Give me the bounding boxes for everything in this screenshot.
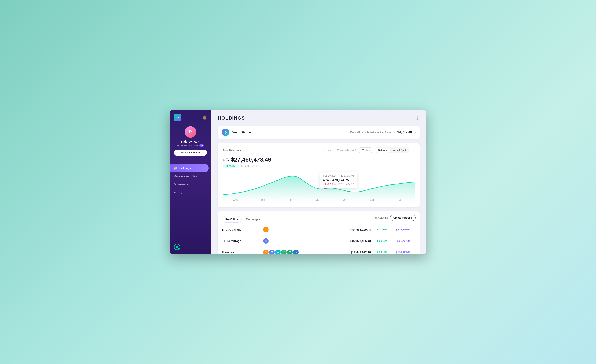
svg-text:Sat: Sat xyxy=(316,198,320,201)
row-more-icon[interactable]: ⋮ xyxy=(412,250,416,254)
workspace-badge[interactable]: PR xyxy=(174,114,181,121)
usdc-icon: $ xyxy=(293,250,299,254)
tab-asset-split[interactable]: Asset Split xyxy=(390,148,409,153)
sidebar-item-members-label: Members and roles xyxy=(174,175,197,178)
table-row[interactable]: BTC Arbitrage ₿ ≈ $4,568,299.48 + 2.755%… xyxy=(218,224,420,235)
eth-icon: Ξ xyxy=(269,250,275,254)
station-arrow-icon[interactable]: › xyxy=(415,131,416,134)
portfolio-tabs: Portfolios Exchanges xyxy=(222,216,263,223)
portfolio-actions: ⊞ Columns Create Portfolio xyxy=(374,215,416,224)
svg-text:Wed: Wed xyxy=(233,198,238,201)
portfolio-value: ≈ $12,648,072.10 xyxy=(338,251,371,254)
tab-portfolios[interactable]: Portfolios xyxy=(222,216,241,223)
page-title-text: HOLDINGS xyxy=(218,115,245,121)
sidebar-item-governance[interactable]: Governance xyxy=(170,180,211,189)
portfolio-section: Portfolios Exchanges ⊞ Columns Create Po… xyxy=(218,211,420,254)
svg-text:Mon: Mon xyxy=(370,198,375,201)
row-more-icon[interactable]: ⋮ xyxy=(412,228,416,232)
btc-icon: ₿ xyxy=(263,227,269,232)
svg-text:Fri: Fri xyxy=(289,198,291,201)
svg-point-1 xyxy=(176,246,178,248)
qredo-logo-icon xyxy=(174,244,180,250)
new-transaction-button[interactable]: New transaction xyxy=(174,150,207,156)
coin-icon: ◈ xyxy=(275,250,281,254)
sidebar-item-history[interactable]: History xyxy=(170,189,211,197)
last-updated: Last updated 20 seconds ago ↻ xyxy=(321,149,357,152)
svg-text:Sun: Sun xyxy=(343,198,347,201)
bell-icon[interactable]: 🔔 xyxy=(202,115,207,120)
station-banner: Q Qredo Station Fees will be collected f… xyxy=(218,126,420,139)
chevron-down-icon: ▾ xyxy=(240,149,241,152)
station-fee-info: Fees will be collected from the Station … xyxy=(350,131,416,134)
svg-text:Thu: Thu xyxy=(261,198,265,201)
chart-wrapper: FEB 29 2024 13:51:35 PM ≈ $22,478,174.75… xyxy=(223,170,415,203)
portfolio-change-usd: $ 21,767.44 xyxy=(387,240,410,242)
total-balance-label[interactable]: Total Balance ▾ xyxy=(223,149,241,152)
svg-text:Tue: Tue xyxy=(397,198,402,201)
balance-change: + 3.744% ≈ $1,028,120.13 xyxy=(223,164,415,168)
station-fee-amount: ≈ $4,732.48 xyxy=(395,131,412,134)
portfolio-name: BTC Arbitrage xyxy=(222,228,263,231)
create-portfolio-button[interactable]: Create Portfolio xyxy=(390,215,416,221)
sidebar-item-members[interactable]: Members and roles xyxy=(170,172,211,180)
btc-icon: ₿ xyxy=(263,250,269,254)
portfolio-icons: ₿ xyxy=(263,227,338,232)
svg-line-2 xyxy=(178,248,179,249)
portfolio-name: ETH Arbitrage xyxy=(222,239,263,243)
coin-icon: ⬡ xyxy=(281,250,287,254)
sidebar-item-holdings-label: Holdings xyxy=(179,167,191,170)
holdings-icon: 📁 xyxy=(174,167,177,170)
table-row[interactable]: Treasury ₿ Ξ ◈ ⬡ ₮ $ ≈ $12,648,072.10 + … xyxy=(218,247,420,254)
sidebar: PR 🔔 P Paisley Park WORKSPACE ADMIN +3 N… xyxy=(170,110,211,254)
portfolio-change-pct: + 0.915% xyxy=(371,240,387,242)
user-role-container: WORKSPACE ADMIN +3 xyxy=(177,144,204,147)
sidebar-item-history-label: History xyxy=(174,191,182,194)
chart-header: Total Balance ▾ Last updated 20 seconds … xyxy=(223,147,415,153)
portfolio-name: Treasury xyxy=(222,251,263,254)
chart-more-icon[interactable]: ⋮ xyxy=(411,148,415,152)
change-amount: ≈ $1,028,120.13 xyxy=(239,165,257,167)
eth-icon: Ξ xyxy=(263,238,269,244)
tooltip-value: ≈ $22,478,174.75 xyxy=(323,178,354,182)
portfolio-change-usd: $ 874,993.63 xyxy=(387,251,410,254)
change-percent: + 3.744% xyxy=(223,164,237,168)
nav-section: 📁 Holdings Members and roles Governance … xyxy=(170,160,211,240)
chart-svg: Wed Thu Fri Sat Sun Mon Tue xyxy=(223,170,415,201)
columns-button[interactable]: ⊞ Columns xyxy=(374,216,388,219)
avatar: P xyxy=(185,126,196,138)
role-badge: +3 xyxy=(200,144,204,147)
portfolio-value: ≈ $4,568,299.48 xyxy=(338,228,371,231)
portfolio-tabs-bar: Portfolios Exchanges ⊞ Columns Create Po… xyxy=(218,211,420,224)
sidebar-item-holdings[interactable]: 📁 Holdings xyxy=(170,164,209,172)
user-section: P Paisley Park WORKSPACE ADMIN +3 New tr… xyxy=(170,121,211,160)
portfolio-change-usd: $ 125,856.65 xyxy=(387,228,410,231)
portfolio-icons: Ξ xyxy=(263,238,338,244)
tab-balance[interactable]: Balance xyxy=(375,148,390,153)
table-row[interactable]: ETH Arbitrage Ξ ≈ $2,378,955.43 + 0.915%… xyxy=(218,235,420,247)
main-content: HOLDINGS ⋮ Q Qredo Station Fees will be … xyxy=(211,110,426,254)
tooltip-date: FEB 29 2024 13:51:35 PM xyxy=(323,175,354,177)
tab-exchanges[interactable]: Exchanges xyxy=(242,216,264,223)
view-tabs: Balance Asset Split xyxy=(375,147,409,153)
portfolio-change-pct: + 2.755% xyxy=(371,228,387,231)
chart-controls: Last updated 20 seconds ago ↻ Week ▾ Bal… xyxy=(321,147,415,153)
balance-amount: ≈ ≈ $27,460,473.49 xyxy=(223,156,415,163)
sidebar-item-governance-label: Governance xyxy=(174,183,188,186)
refresh-icon[interactable]: ↻ xyxy=(355,149,357,152)
station-fee-text: Fees will be collected from the Station xyxy=(350,131,392,134)
page-title-bar: HOLDINGS ⋮ xyxy=(218,115,420,121)
portfolio-value: ≈ $2,378,955.43 xyxy=(338,239,371,243)
columns-icon: ⊞ xyxy=(374,216,377,219)
station-name: Qredo Station xyxy=(232,131,251,134)
sidebar-bottom xyxy=(170,240,211,254)
portfolio-icons: ₿ Ξ ◈ ⬡ ₮ $ xyxy=(263,250,338,254)
tooltip-change: - 1.762% ≈ - $2,287,424.02 xyxy=(323,183,354,186)
chart-card: Total Balance ▾ Last updated 20 seconds … xyxy=(218,143,420,207)
usdt-icon: ₮ xyxy=(287,250,293,254)
week-chevron-icon: ▾ xyxy=(369,149,370,152)
week-selector[interactable]: Week ▾ xyxy=(359,147,372,153)
chart-tooltip: FEB 29 2024 13:51:35 PM ≈ $22,478,174.75… xyxy=(320,172,357,188)
header-more-icon[interactable]: ⋮ xyxy=(416,116,420,120)
row-more-icon[interactable]: ⋮ xyxy=(412,239,416,243)
station-logo-icon: Q xyxy=(222,129,229,136)
